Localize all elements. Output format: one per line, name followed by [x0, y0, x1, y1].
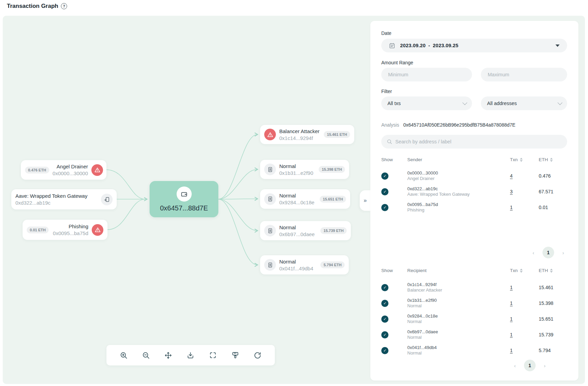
- person-icon: [264, 259, 276, 271]
- table-row: ✓ 0x1c14...9294fBalancer Attacker 1 15.4…: [381, 280, 567, 295]
- show-toggle-checked[interactable]: ✓: [381, 331, 388, 338]
- graph-node-angel-drainer[interactable]: 0.476 ETH Angel Drainer 0x0000...30000: [21, 160, 106, 180]
- calendar-icon: [389, 42, 395, 49]
- refresh-icon[interactable]: [253, 350, 263, 360]
- eth-amount-badge: 15.651 ETH: [320, 196, 346, 203]
- show-toggle-checked[interactable]: ✓: [381, 284, 388, 291]
- next-page-icon[interactable]: ›: [544, 363, 546, 369]
- show-toggle-checked[interactable]: ✓: [381, 204, 388, 211]
- analysis-label: Analysis: [381, 122, 399, 128]
- txn-count-link[interactable]: 4: [510, 173, 539, 179]
- zoom-in-icon[interactable]: [119, 350, 128, 360]
- transaction-graph-canvas[interactable]: 0.476 ETH Angel Drainer 0x0000...30000 A…: [3, 16, 585, 384]
- sender-table-header: Show Sender Txn ETH: [381, 157, 567, 162]
- row-address: 0x1c14...9294f: [407, 282, 510, 287]
- maximum-amount-input[interactable]: [481, 68, 567, 81]
- search-input[interactable]: [395, 139, 562, 144]
- node-label: Normal: [279, 258, 313, 265]
- graph-node-phishing[interactable]: 0.01 ETH Phishing 0x0095...ba75d: [23, 220, 107, 240]
- address-filter-select[interactable]: All addresses: [481, 96, 567, 110]
- node-label: Angel Drainer: [53, 163, 88, 170]
- collapse-panel-button[interactable]: »: [360, 190, 371, 211]
- row-label: Normal: [407, 319, 510, 324]
- show-toggle-checked[interactable]: ✓: [381, 347, 388, 354]
- eth-value: 15.461: [539, 285, 567, 290]
- date-separator: -: [429, 43, 430, 48]
- search-box[interactable]: [381, 135, 567, 149]
- graph-node-normal-1[interactable]: Normal 0x1b31...e2f90 15.398 ETH: [260, 160, 349, 179]
- caret-down-icon: [555, 44, 560, 47]
- zoom-out-icon[interactable]: [141, 350, 151, 360]
- col-txn: Txn: [510, 268, 518, 273]
- row-label: Angel Drainer: [407, 176, 510, 181]
- amount-range-label: Amount Range: [381, 60, 413, 65]
- show-toggle-checked[interactable]: ✓: [381, 188, 388, 195]
- col-eth: ETH: [539, 157, 548, 162]
- node-label: Normal: [279, 192, 315, 199]
- txn-count-link[interactable]: 1: [510, 332, 539, 337]
- table-row: ✓ 0x0000...30000Angel Drainer 4 0.476: [381, 168, 567, 184]
- graph-node-normal-4[interactable]: Normal 0x041f...49db4 5.794 ETH: [260, 255, 349, 274]
- page-header: Transaction Graph ?: [7, 3, 67, 10]
- person-icon: [264, 225, 276, 236]
- recipient-table-header: Show Recipient Txn ETH: [381, 268, 567, 273]
- address-filter-value: All addresses: [487, 101, 517, 106]
- prev-page-icon[interactable]: ‹: [514, 363, 516, 369]
- person-icon: [264, 164, 276, 175]
- page-number[interactable]: 1: [524, 360, 536, 371]
- col-sender: Sender: [407, 157, 510, 162]
- warning-icon: [264, 129, 276, 140]
- row-address: 0x1b31...e2f90: [407, 298, 510, 303]
- analysis-row: Analysis 0x645710Af050E26bB96e295bdfB75B…: [381, 122, 515, 128]
- node-address: 0x0095...ba75d: [53, 230, 88, 236]
- node-label: Balancer Attacker: [279, 128, 320, 135]
- page-title: Transaction Graph: [7, 3, 58, 10]
- paint-style-icon[interactable]: [231, 350, 240, 360]
- fullscreen-icon[interactable]: [208, 350, 218, 360]
- eth-amount-badge: 15.739 ETH: [320, 227, 347, 234]
- col-txn: Txn: [510, 157, 518, 162]
- sort-icon[interactable]: [520, 269, 523, 273]
- date-range-picker[interactable]: 2023.09.20-2023.09.25: [381, 39, 567, 52]
- person-icon: [264, 193, 276, 205]
- graph-node-balancer-attacker[interactable]: Balancer Attacker 0x1c14...9294f 15.461 …: [260, 125, 354, 144]
- txn-count-link[interactable]: 1: [510, 285, 539, 290]
- node-address: 0x9284...0c18e: [279, 199, 315, 206]
- sort-icon[interactable]: [520, 158, 523, 162]
- sort-icon[interactable]: [550, 269, 553, 273]
- row-address: 0x9284...0c18e: [407, 313, 510, 319]
- tx-type-select[interactable]: All txs: [381, 96, 472, 110]
- row-label: Phishing: [407, 207, 510, 213]
- show-toggle-checked[interactable]: ✓: [381, 300, 388, 307]
- download-icon[interactable]: [186, 350, 195, 360]
- sort-icon[interactable]: [550, 158, 553, 162]
- node-address: 0x041f...49db4: [279, 265, 313, 272]
- help-icon[interactable]: ?: [61, 3, 67, 9]
- txn-count-link[interactable]: 1: [510, 348, 539, 353]
- txn-count-link[interactable]: 1: [510, 300, 539, 306]
- txn-count-link[interactable]: 1: [510, 316, 539, 322]
- row-label: Balancer Attacker: [407, 287, 510, 293]
- eth-value: 67.571: [539, 189, 567, 194]
- col-show: Show: [381, 157, 407, 162]
- row-address: 0x0095...ba75d: [407, 202, 510, 207]
- move-icon[interactable]: [164, 350, 173, 360]
- txn-count-link[interactable]: 3: [510, 189, 539, 194]
- graph-node-normal-3[interactable]: Normal 0x6b97...0daee 15.739 ETH: [260, 221, 351, 240]
- graph-node-aave-gateway[interactable]: Aave: Wrapped Token Gateway 0xd322...ab1…: [11, 189, 117, 209]
- eth-value: 15.398: [539, 300, 567, 306]
- date-from: 2023.09.20: [400, 43, 426, 48]
- row-label: Normal: [407, 303, 510, 309]
- graph-node-normal-2[interactable]: Normal 0x9284...0c18e 15.651 ETH: [260, 189, 350, 209]
- minimum-amount-input[interactable]: [381, 68, 472, 81]
- eth-amount-badge: 15.398 ETH: [319, 166, 345, 173]
- next-page-icon[interactable]: ›: [562, 250, 564, 256]
- table-row: ✓ 0x041f...49db4Normal 1 5.794: [381, 343, 567, 358]
- show-toggle-checked[interactable]: ✓: [381, 172, 388, 180]
- col-eth: ETH: [539, 268, 548, 273]
- txn-count-link[interactable]: 1: [510, 205, 539, 210]
- show-toggle-checked[interactable]: ✓: [381, 316, 388, 323]
- prev-page-icon[interactable]: ‹: [533, 250, 534, 256]
- page-number[interactable]: 1: [542, 247, 554, 258]
- graph-node-center[interactable]: 0x6457...88d7E: [150, 181, 218, 217]
